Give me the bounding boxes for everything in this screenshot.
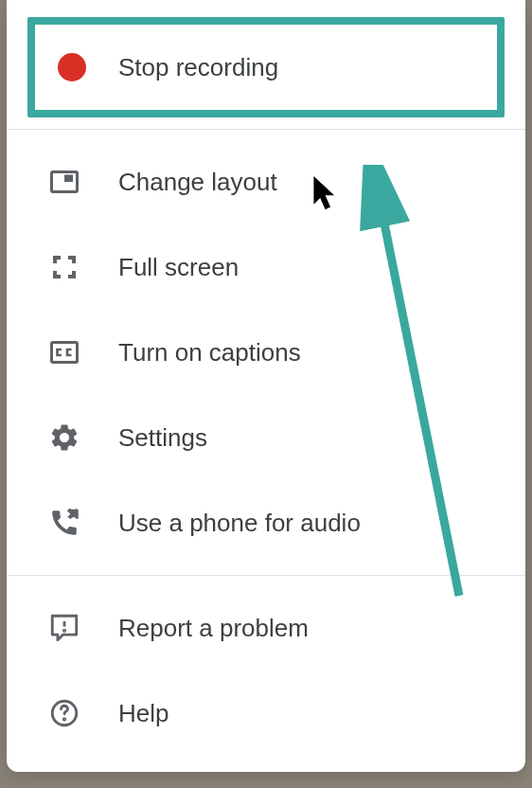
settings-label: Settings — [118, 423, 207, 453]
help-icon — [44, 693, 84, 733]
phone-audio-item[interactable]: Use a phone for audio — [7, 480, 525, 565]
help-label: Help — [118, 699, 168, 728]
captions-item[interactable]: Turn on captions — [7, 310, 525, 395]
phone-icon — [44, 503, 84, 543]
report-problem-item[interactable]: Report a problem — [7, 585, 525, 671]
feedback-icon — [44, 608, 84, 648]
svg-point-6 — [63, 719, 64, 720]
settings-item[interactable]: Settings — [7, 395, 525, 480]
report-problem-label: Report a problem — [118, 614, 309, 643]
layout-icon — [44, 162, 84, 202]
change-layout-label: Change layout — [118, 168, 277, 197]
stop-recording-label: Stop recording — [118, 53, 278, 82]
full-screen-label: Full screen — [118, 253, 239, 282]
full-screen-item[interactable]: Full screen — [7, 224, 525, 310]
stop-recording-item[interactable]: Stop recording — [35, 25, 497, 110]
gear-icon — [44, 418, 84, 457]
menu-section-main: Change layout Full screen Turn on captio… — [7, 130, 525, 575]
highlighted-item: Stop recording — [27, 17, 505, 117]
captions-label: Turn on captions — [118, 338, 301, 367]
menu-section-footer: Report a problem Help — [7, 576, 525, 765]
svg-point-4 — [63, 630, 64, 631]
record-icon — [52, 47, 92, 87]
svg-rect-1 — [64, 175, 73, 183]
options-menu: Stop recording Change layout Full screen — [7, 0, 525, 772]
svg-rect-2 — [52, 343, 78, 363]
phone-audio-label: Use a phone for audio — [118, 509, 361, 538]
captions-icon — [44, 332, 84, 372]
fullscreen-icon — [44, 247, 84, 287]
cursor-pointer-icon — [313, 176, 340, 212]
help-item[interactable]: Help — [7, 671, 525, 756]
change-layout-item[interactable]: Change layout — [7, 139, 525, 224]
